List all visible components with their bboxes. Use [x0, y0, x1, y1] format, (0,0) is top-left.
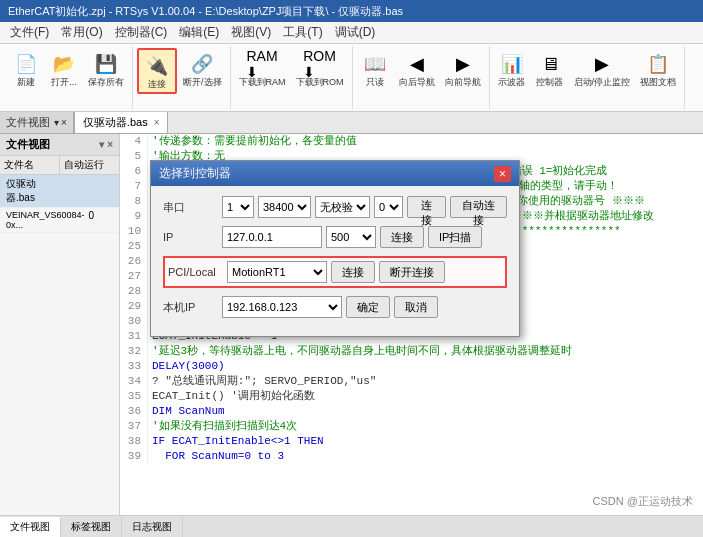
stop-bits-select[interactable]: 0 — [374, 196, 403, 218]
new-icon: 📄 — [12, 50, 40, 78]
file-tree-row-0[interactable]: 仅驱动器.bas — [0, 175, 119, 208]
serial-auto-connect-button[interactable]: 自动连接 — [450, 196, 507, 218]
line-number: 39 — [120, 449, 148, 464]
ribbon-readonly-button[interactable]: 📖 只读 — [357, 48, 393, 90]
serial-connect-button[interactable]: 连接 — [407, 196, 446, 218]
ip-port-select[interactable]: 500 — [326, 226, 376, 248]
file-tree-row-1[interactable]: VEINAR_VS60084-0x... 0 — [0, 208, 119, 233]
ribbon-doc-button[interactable]: 📋 视图文档 — [636, 48, 680, 90]
file-tree-cell-auto-1: 0 — [87, 210, 115, 230]
doc-label: 视图文档 — [640, 78, 676, 88]
local-ip-select[interactable]: 192.168.0.123 — [222, 296, 342, 318]
dialog-ip-row: IP 500 连接 IP扫描 — [163, 226, 507, 248]
ribbon-monitor-button[interactable]: ▶ 启动/停止监控 — [570, 48, 635, 90]
baud-rate-select[interactable]: 38400 — [258, 196, 311, 218]
line-content: DELAY(3000) — [152, 359, 225, 374]
ribbon-controller-button[interactable]: 🖥 控制器 — [532, 48, 568, 90]
connect-icon: 🔌 — [143, 52, 171, 80]
ribbon-download-ram-button[interactable]: RAM⬇ 下载到RAM — [235, 48, 290, 90]
ribbon-group-tools: 📊 示波器 🖥 控制器 ▶ 启动/停止监控 📋 视图文档 — [490, 46, 686, 109]
dialog-pci-row: PCI/Local MotionRT1 连接 断开连接 — [163, 256, 507, 288]
tab-file-bas[interactable]: 仅驱动器.bas × — [74, 112, 169, 133]
ribbon-download-rom-button[interactable]: ROM⬇ 下载到ROM — [292, 48, 348, 90]
tab-area: 文件视图 ▾ × 仅驱动器.bas × — [0, 112, 703, 134]
monitor-icon: ▶ — [588, 50, 616, 78]
menu-common[interactable]: 常用(O) — [55, 22, 108, 43]
line-content: FOR ScanNum=0 to 3 — [152, 449, 284, 464]
pci-label: PCI/Local — [168, 266, 223, 278]
ribbon-open-button[interactable]: 📂 打开... — [46, 48, 82, 90]
serial-label: 串口 — [163, 200, 218, 215]
code-line: 33DELAY(3000) — [120, 359, 703, 374]
nav-forward-icon: ▶ — [449, 50, 477, 78]
status-bar: 文件视图 标签视图 日志视图 — [0, 515, 703, 537]
tab-section-arrow[interactable]: ▾ — [54, 117, 59, 128]
line-number: 8 — [120, 194, 148, 209]
line-content: IF ECAT_InitEnable<>1 THEN — [152, 434, 324, 449]
watermark: CSDN @正运动技术 — [593, 494, 693, 509]
dialog-cancel-button[interactable]: 取消 — [394, 296, 438, 318]
pci-connect-button[interactable]: 连接 — [331, 261, 375, 283]
menu-bar: 文件(F) 常用(O) 控制器(C) 编辑(E) 视图(V) 工具(T) 调试(… — [0, 22, 703, 44]
ribbon-save-button[interactable]: 💾 保存所有 — [84, 48, 128, 90]
status-tab-file[interactable]: 文件视图 — [0, 517, 61, 537]
disconnect-label: 断开/选择 — [183, 78, 222, 88]
title-bar: EtherCAT初始化.zpj - RTSys V1.00.04 - E:\De… — [0, 0, 703, 22]
ip-scan-button[interactable]: IP扫描 — [428, 226, 482, 248]
ribbon-file-buttons: 📄 新建 📂 打开... 💾 保存所有 — [8, 48, 128, 90]
pci-disconnect-button[interactable]: 断开连接 — [379, 261, 445, 283]
line-number: 27 — [120, 269, 148, 284]
file-col-name: 文件名 — [0, 156, 60, 174]
line-number: 34 — [120, 374, 148, 389]
ribbon-download-buttons: RAM⬇ 下载到RAM ROM⬇ 下载到ROM — [235, 48, 348, 90]
save-icon: 💾 — [92, 50, 120, 78]
doc-icon: 📋 — [644, 50, 672, 78]
ribbon-tools-buttons: 📊 示波器 🖥 控制器 ▶ 启动/停止监控 📋 视图文档 — [494, 48, 681, 90]
menu-view[interactable]: 视图(V) — [225, 22, 277, 43]
nav-back-icon: ◀ — [403, 50, 431, 78]
dialog-localip-row: 本机IP 192.168.0.123 确定 取消 — [163, 296, 507, 318]
menu-edit[interactable]: 编辑(E) — [173, 22, 225, 43]
dialog-close-button[interactable]: × — [494, 166, 511, 182]
menu-tools[interactable]: 工具(T) — [277, 22, 328, 43]
menu-debug[interactable]: 调试(D) — [329, 22, 382, 43]
line-number: 10 — [120, 224, 148, 239]
download-ram-label: 下载到RAM — [239, 78, 286, 88]
line-content: ECAT_Init() '调用初始化函数 — [152, 389, 315, 404]
menu-file[interactable]: 文件(F) — [4, 22, 55, 43]
panel-title-buttons: ▾ × — [99, 139, 113, 150]
download-rom-label: 下载到ROM — [296, 78, 344, 88]
ip-connect-button[interactable]: 连接 — [380, 226, 424, 248]
left-panel: 文件视图 ▾ × 文件名 自动运行 仅驱动器.bas VEINAR_VS6008… — [0, 134, 120, 515]
controller-label: 控制器 — [536, 78, 563, 88]
file-tree-cell-name-1: VEINAR_VS60084-0x... — [4, 210, 87, 230]
title-text: EtherCAT初始化.zpj - RTSys V1.00.04 - E:\De… — [8, 4, 403, 19]
ribbon-new-button[interactable]: 📄 新建 — [8, 48, 44, 90]
ribbon-group-file: 📄 新建 📂 打开... 💾 保存所有 — [4, 46, 133, 109]
ribbon-disconnect-button[interactable]: 🔗 断开/选择 — [179, 48, 226, 94]
dialog-title-text: 选择到控制器 — [159, 165, 231, 182]
ribbon-connect-button[interactable]: 🔌 连接 — [137, 48, 177, 94]
serial-port-select[interactable]: 1 — [222, 196, 254, 218]
ribbon-nav-back-button[interactable]: ◀ 向后导航 — [395, 48, 439, 90]
status-tab-label[interactable]: 标签视图 — [61, 517, 122, 537]
disconnect-icon: 🔗 — [188, 50, 216, 78]
tab-file-close[interactable]: × — [154, 117, 160, 128]
dialog-connect[interactable]: 选择到控制器 × 串口 1 38400 无校验 0 — [150, 160, 520, 337]
save-label: 保存所有 — [88, 78, 124, 88]
ribbon: 📄 新建 📂 打开... 💾 保存所有 🔌 连接 — [0, 44, 703, 112]
readonly-label: 只读 — [366, 78, 384, 88]
dialog-confirm-button[interactable]: 确定 — [346, 296, 390, 318]
pci-device-select[interactable]: MotionRT1 — [227, 261, 327, 283]
tab-file-view[interactable]: 文件视图 ▾ × — [0, 112, 74, 133]
dialog-serial-row: 串口 1 38400 无校验 0 连接 自动连接 — [163, 196, 507, 218]
menu-controller[interactable]: 控制器(C) — [109, 22, 174, 43]
status-tab-log[interactable]: 日志视图 — [122, 517, 183, 537]
ip-address-input[interactable] — [222, 226, 322, 248]
tab-section-close[interactable]: × — [61, 117, 67, 128]
code-line: 34? "总线通讯周期:"; SERVO_PERIOD,"us" — [120, 374, 703, 389]
parity-select[interactable]: 无校验 — [315, 196, 370, 218]
ribbon-nav-forward-button[interactable]: ▶ 向前导航 — [441, 48, 485, 90]
ribbon-oscilloscope-button[interactable]: 📊 示波器 — [494, 48, 530, 90]
panel-title-label: 文件视图 — [6, 137, 50, 152]
